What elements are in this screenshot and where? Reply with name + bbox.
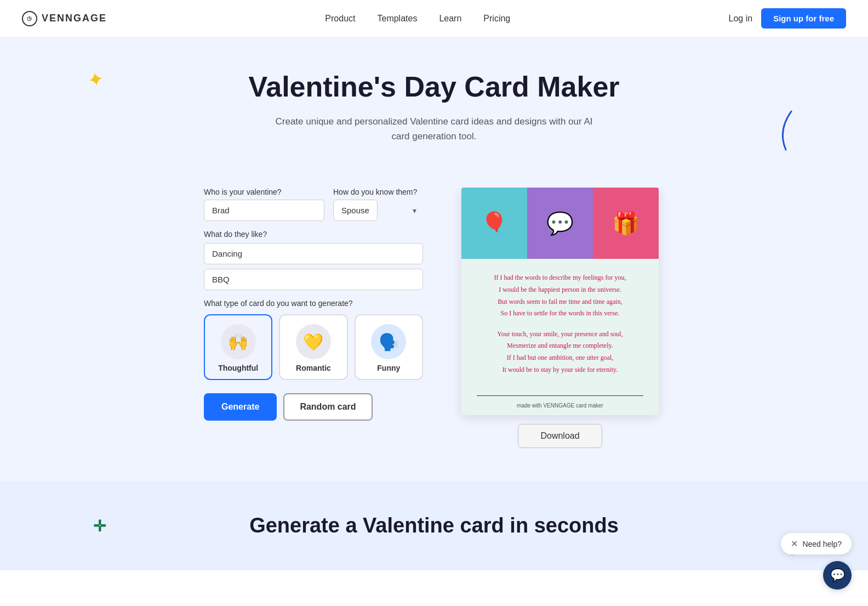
like2-input[interactable] (204, 269, 423, 290)
action-buttons: Generate Random card (204, 393, 423, 421)
navbar: ◷ VENNGAGE Product Templates Learn Prici… (0, 0, 868, 37)
nav-product[interactable]: Product (325, 14, 355, 24)
card-type-romantic[interactable]: 💛 Romantic (279, 314, 347, 380)
like1-input[interactable] (204, 243, 423, 264)
card-images-row: 🎈 💬 🎁 (461, 188, 659, 259)
card-types-row: 🙌 Thoughtful 💛 Romantic 🗣️ Funny (204, 314, 423, 380)
logo[interactable]: ◷ VENNGAGE (22, 11, 107, 26)
card-image-balloons: 🎈 (461, 188, 527, 259)
card-preview-area: 🎈 💬 🎁 If I had the words to describe my … (456, 188, 664, 448)
nav-actions: Log in Sign up for free (729, 8, 846, 29)
card-type-section: What type of card do you want to generat… (204, 299, 423, 380)
random-button[interactable]: Random card (283, 393, 372, 421)
login-button[interactable]: Log in (729, 14, 753, 24)
form-row-identity: Who is your valentine? How do you know t… (204, 188, 423, 221)
card-type-funny[interactable]: 🗣️ Funny (355, 314, 423, 380)
card-poem: If I had the words to describe my feelin… (461, 259, 659, 393)
card-image-chat: 💬 (527, 188, 593, 259)
valentine-label: Who is your valentine? (204, 188, 324, 196)
bottom-title: Generate a Valentine card in seconds (22, 514, 846, 537)
card-divider (477, 395, 643, 396)
chat-icon: 💬 (830, 568, 845, 570)
romantic-icon: 💛 (296, 324, 331, 359)
poem-stanza2: Your touch, your smile, your presence an… (477, 329, 643, 376)
card-type-label: What type of card do you want to generat… (204, 299, 423, 308)
thoughtful-icon: 🙌 (221, 324, 256, 359)
nav-pricing[interactable]: Pricing (483, 14, 510, 24)
romantic-label: Romantic (296, 364, 331, 372)
logo-icon: ◷ (22, 11, 37, 26)
nav-links: Product Templates Learn Pricing (325, 14, 510, 24)
download-button[interactable]: Download (518, 424, 602, 448)
relationship-select-wrapper: Spouse Partner Friend Family Crush (333, 200, 423, 221)
funny-icon: 🗣️ (371, 324, 406, 359)
poem-stanza1: If I had the words to describe my feelin… (477, 272, 643, 319)
nav-learn[interactable]: Learn (439, 14, 461, 24)
hero-section: ✦ Valentine's Day Card Maker Create uniq… (0, 37, 868, 188)
chat-close-button[interactable]: ✕ (791, 539, 798, 549)
thoughtful-label: Thoughtful (218, 364, 258, 372)
chat-open-button[interactable]: 💬 (823, 561, 852, 570)
funny-label: Funny (377, 364, 400, 372)
chat-bubble: ✕ Need help? (781, 533, 852, 554)
generate-button[interactable]: Generate (204, 393, 277, 421)
chat-help-text: Need help? (802, 540, 842, 548)
relationship-label: How do you know them? (333, 188, 423, 196)
card-type-thoughtful[interactable]: 🙌 Thoughtful (204, 314, 272, 380)
brush-stroke-decoration (769, 109, 797, 152)
plus-decoration: ✛ (93, 517, 106, 535)
star-decoration: ✦ (86, 69, 106, 92)
card-footer: made with VENNGAGE card maker (461, 398, 659, 415)
main-area: Who is your valentine? How do you know t… (0, 188, 868, 481)
relationship-select[interactable]: Spouse Partner Friend Family Crush (333, 200, 378, 221)
card-image-gift: 🎁 (593, 188, 659, 259)
bottom-section: ✛ Generate a Valentine card in seconds ✦ (0, 481, 868, 570)
valentine-input[interactable] (204, 200, 324, 221)
hero-subtitle: Create unique and personalized Valentine… (275, 114, 593, 144)
card-container: 🎈 💬 🎁 If I had the words to describe my … (461, 188, 659, 415)
chat-widget: ✕ Need help? 💬 (781, 533, 852, 570)
likes-section: What do they like? (204, 230, 423, 290)
valentine-field-group: Who is your valentine? (204, 188, 324, 221)
likes-label: What do they like? (204, 230, 423, 239)
nav-templates[interactable]: Templates (377, 14, 417, 24)
signup-button[interactable]: Sign up for free (761, 8, 846, 29)
relationship-field-group: How do you know them? Spouse Partner Fri… (333, 188, 423, 221)
logo-text: VENNGAGE (42, 13, 107, 24)
hero-title: Valentine's Day Card Maker (22, 70, 846, 103)
form-panel: Who is your valentine? How do you know t… (204, 188, 423, 421)
